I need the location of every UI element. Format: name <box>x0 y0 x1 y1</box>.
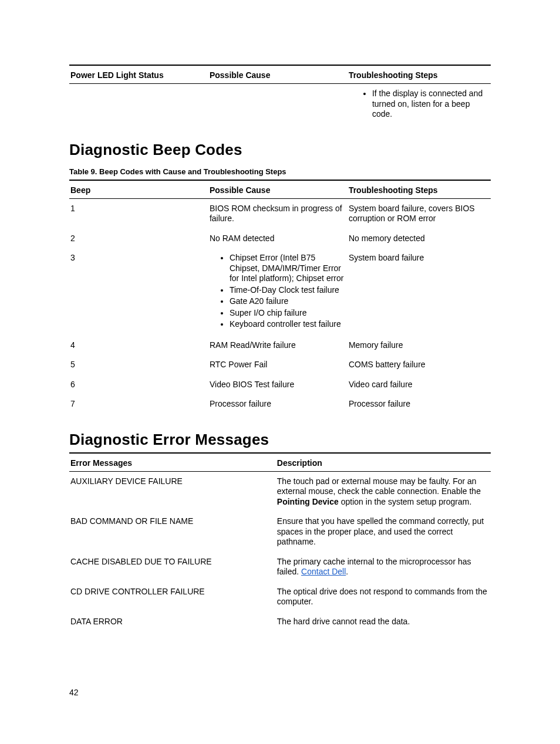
cell-ts: Processor failure <box>348 394 491 414</box>
cell-cause <box>208 84 348 124</box>
cell-status <box>69 84 208 124</box>
cell-cause: Processor failure <box>208 394 348 414</box>
page-number: 42 <box>69 688 79 697</box>
cell-beep: 1 <box>69 198 208 229</box>
table-row: CACHE DISABLED DUE TO FAILURE The primar… <box>69 552 491 582</box>
cell-cause: No RAM detected <box>208 229 348 249</box>
cell-desc: Ensure that you have spelled the command… <box>276 512 491 552</box>
table-header-row: Error Messages Description <box>69 453 491 472</box>
col-header-cause: Possible Cause <box>208 65 348 84</box>
col-header-status: Power LED Light Status <box>69 65 208 84</box>
cell-beep: 4 <box>69 336 208 356</box>
cell-msg: AUXILIARY DEVICE FAILURE <box>69 471 276 512</box>
ts-steps-list: If the display is connected and turned o… <box>349 89 487 120</box>
table-row: If the display is connected and turned o… <box>69 84 491 124</box>
table-caption-beep: Table 9. Beep Codes with Cause and Troub… <box>69 167 491 176</box>
cell-ts: System board failure <box>348 248 491 336</box>
col-header-cause: Possible Cause <box>208 180 348 199</box>
list-item: Keyboard controller test failure <box>230 319 344 330</box>
table-header-row: Beep Possible Cause Troubleshooting Step… <box>69 180 491 199</box>
table-row: 4 RAM Read/Write failure Memory failure <box>69 336 491 356</box>
list-item: If the display is connected and turned o… <box>372 89 487 120</box>
table-row: BAD COMMAND OR FILE NAME Ensure that you… <box>69 512 491 552</box>
page: Power LED Light Status Possible Cause Tr… <box>0 0 560 744</box>
cell-msg: CD DRIVE CONTROLLER FAILURE <box>69 582 276 612</box>
table-header-row: Power LED Light Status Possible Cause Tr… <box>69 65 491 84</box>
desc-text: The touch pad or external mouse may be f… <box>277 476 481 496</box>
col-header-msg: Error Messages <box>69 453 276 472</box>
table-row: 5 RTC Power Fail COMS battery failure <box>69 355 491 375</box>
table-row: 7 Processor failure Processor failure <box>69 394 491 414</box>
table-row: 2 No RAM detected No memory detected <box>69 229 491 249</box>
cell-ts: Video card failure <box>348 375 491 395</box>
cell-ts: System board failure, covers BIOS corrup… <box>348 198 491 229</box>
table-row: 1 BIOS ROM checksum in progress of failu… <box>69 198 491 229</box>
list-item: Super I/O chip failure <box>230 308 344 319</box>
table-row: AUXILIARY DEVICE FAILURE The touch pad o… <box>69 471 491 512</box>
cell-desc: The hard drive cannot read the data. <box>276 612 491 632</box>
cell-desc: The optical drive does not respond to co… <box>276 582 491 612</box>
list-item: Gate A20 failure <box>230 296 344 307</box>
beep-codes-table: Beep Possible Cause Troubleshooting Step… <box>69 180 491 414</box>
col-header-beep: Beep <box>69 180 208 199</box>
cell-desc: The touch pad or external mouse may be f… <box>276 471 491 512</box>
list-item: Time-Of-Day Clock test failure <box>230 285 344 296</box>
cell-desc: The primary cache internal to the microp… <box>276 552 491 582</box>
power-led-table: Power LED Light Status Possible Cause Tr… <box>69 65 491 124</box>
cell-ts: COMS battery failure <box>348 355 491 375</box>
table-row: CD DRIVE CONTROLLER FAILURE The optical … <box>69 582 491 612</box>
cell-ts: If the display is connected and turned o… <box>348 84 491 124</box>
desc-text: option in the system setup program. <box>339 497 471 506</box>
table-row: 3 Chipset Error (Intel B75 Chipset, DMA/… <box>69 248 491 336</box>
contact-dell-link[interactable]: Contact Dell <box>301 567 346 576</box>
cell-beep: 7 <box>69 394 208 414</box>
col-header-ts: Troubleshooting Steps <box>348 65 491 84</box>
table-row: 6 Video BIOS Test failure Video card fai… <box>69 375 491 395</box>
cell-cause: Video BIOS Test failure <box>208 375 348 395</box>
cell-beep: 6 <box>69 375 208 395</box>
desc-text: . <box>346 567 348 576</box>
cause-list: Chipset Error (Intel B75 Chipset, DMA/IM… <box>210 253 344 330</box>
error-messages-table: Error Messages Description AUXILIARY DEV… <box>69 452 491 632</box>
cell-cause: BIOS ROM checksum in progress of failure… <box>208 198 348 229</box>
cell-cause: RAM Read/Write failure <box>208 336 348 356</box>
cell-beep: 2 <box>69 229 208 249</box>
cell-ts: No memory detected <box>348 229 491 249</box>
cell-beep: 3 <box>69 248 208 336</box>
col-header-desc: Description <box>276 453 491 472</box>
cell-beep: 5 <box>69 355 208 375</box>
section-title-beep: Diagnostic Beep Codes <box>69 141 491 159</box>
section-title-errors: Diagnostic Error Messages <box>69 431 491 449</box>
col-header-ts: Troubleshooting Steps <box>348 180 491 199</box>
cell-cause: Chipset Error (Intel B75 Chipset, DMA/IM… <box>208 248 348 336</box>
desc-bold: Pointing Device <box>277 497 339 506</box>
cell-ts: Memory failure <box>348 336 491 356</box>
cell-msg: DATA ERROR <box>69 612 276 632</box>
table-row: DATA ERROR The hard drive cannot read th… <box>69 612 491 632</box>
list-item: Chipset Error (Intel B75 Chipset, DMA/IM… <box>230 253 344 284</box>
cell-msg: CACHE DISABLED DUE TO FAILURE <box>69 552 276 582</box>
cell-cause: RTC Power Fail <box>208 355 348 375</box>
cell-msg: BAD COMMAND OR FILE NAME <box>69 512 276 552</box>
